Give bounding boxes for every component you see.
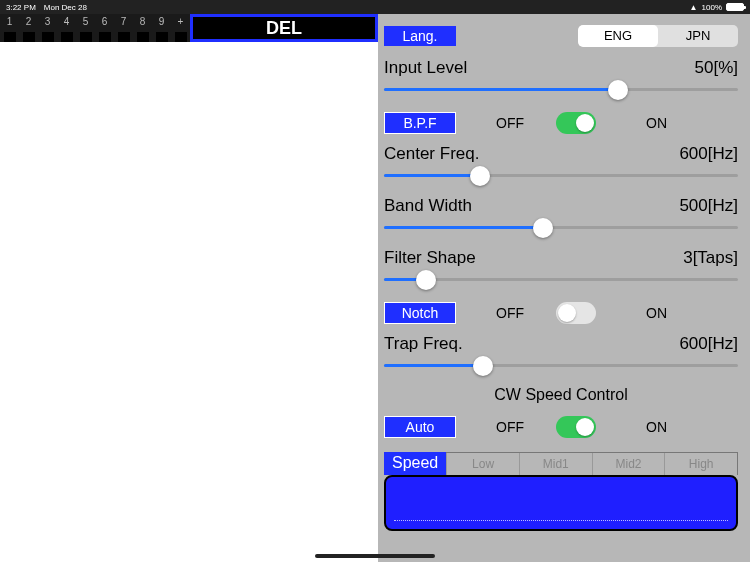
lang-eng[interactable]: ENG [578,25,658,47]
status-date: Mon Dec 28 [44,3,87,12]
auto-switch[interactable] [556,416,596,438]
band-width-slider[interactable] [384,218,738,238]
battery-icon [726,3,744,11]
num-2[interactable]: 2 [20,16,38,27]
num-plus[interactable]: + [172,16,190,27]
status-bar: 3:22 PM Mon Dec 28 ▲ 100% [0,0,750,14]
center-freq-slider[interactable] [384,166,738,186]
band-width-label: Band Width [384,196,472,216]
speed-tab-low[interactable]: Low [446,453,519,475]
num-3[interactable]: 3 [39,16,57,27]
trap-freq-label: Trap Freq. [384,334,463,354]
wifi-icon: ▲ [690,3,698,12]
notch-badge: Notch [384,302,456,324]
settings-panel: Lang. ENG JPN Input Level 50[%] B.P.F OF… [378,14,750,562]
lang-segment[interactable]: ENG JPN [578,25,738,47]
band-width-value: 500[Hz] [679,196,738,216]
auto-badge: Auto [384,416,456,438]
left-panel: 1 2 3 4 5 6 7 8 9 + DEL [0,14,378,562]
num-7[interactable]: 7 [115,16,133,27]
number-strip[interactable]: 1 2 3 4 5 6 7 8 9 + [0,14,190,42]
speed-tab-mid2[interactable]: Mid2 [592,453,665,475]
speed-badge: Speed [384,452,446,475]
bpf-badge: B.P.F [384,112,456,134]
num-1[interactable]: 1 [1,16,19,27]
status-time: 3:22 PM [6,3,36,12]
filter-shape-slider[interactable] [384,270,738,290]
notch-on-label: ON [646,305,706,321]
trap-freq-slider[interactable] [384,356,738,376]
speed-tabs[interactable]: Low Mid1 Mid2 High [446,452,738,475]
cw-speed-title: CW Speed Control [384,386,738,404]
bpf-off-label: OFF [496,115,556,131]
decode-text-area[interactable] [0,42,378,562]
trap-freq-value: 600[Hz] [679,334,738,354]
center-freq-value: 600[Hz] [679,144,738,164]
notch-off-label: OFF [496,305,556,321]
input-level-slider[interactable] [384,80,738,100]
input-level-value: 50[%] [695,58,738,78]
num-4[interactable]: 4 [58,16,76,27]
num-9[interactable]: 9 [153,16,171,27]
center-freq-label: Center Freq. [384,144,479,164]
num-5[interactable]: 5 [77,16,95,27]
speed-tab-high[interactable]: High [664,453,737,475]
num-6[interactable]: 6 [96,16,114,27]
lang-badge: Lang. [384,26,456,46]
input-level-label: Input Level [384,58,467,78]
del-button[interactable]: DEL [190,14,378,42]
filter-shape-label: Filter Shape [384,248,476,268]
speed-display [384,475,738,531]
num-8[interactable]: 8 [134,16,152,27]
speed-tab-mid1[interactable]: Mid1 [519,453,592,475]
lang-jpn[interactable]: JPN [658,25,738,47]
bpf-on-label: ON [646,115,706,131]
home-indicator[interactable] [315,554,435,558]
auto-on-label: ON [646,419,706,435]
bpf-switch[interactable] [556,112,596,134]
filter-shape-value: 3[Taps] [683,248,738,268]
battery-pct: 100% [702,3,722,12]
notch-switch[interactable] [556,302,596,324]
auto-off-label: OFF [496,419,556,435]
